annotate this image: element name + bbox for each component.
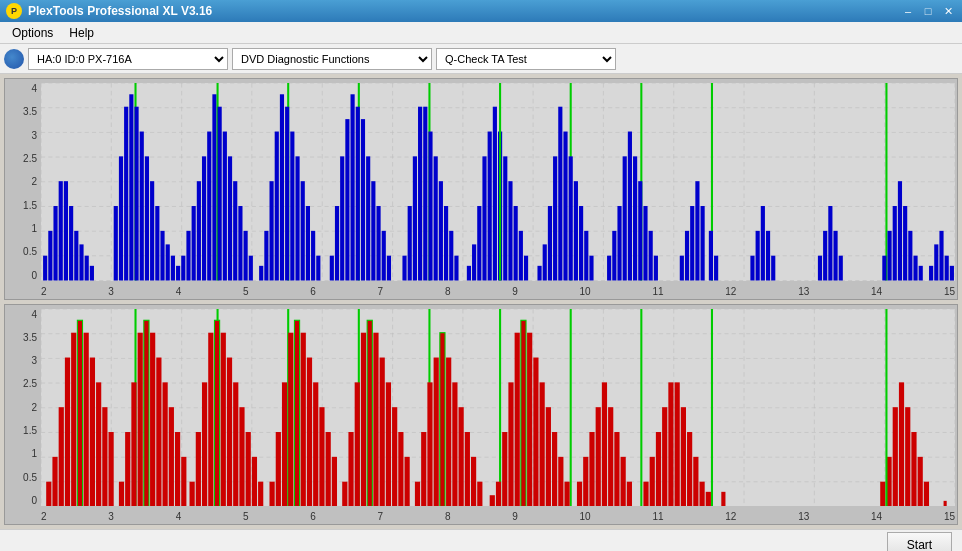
drive-selector: HA:0 ID:0 PX-716A [4,48,228,70]
drive-dropdown[interactable]: HA:0 ID:0 PX-716A [28,48,228,70]
svg-rect-126 [612,231,616,281]
svg-rect-134 [649,231,653,281]
start-button[interactable]: Start [887,532,952,552]
red-chart-svg [41,309,955,507]
test-dropdown[interactable]: Q-Check TA Test [436,48,616,70]
svg-rect-44 [166,244,170,280]
svg-rect-208 [144,320,149,506]
svg-rect-153 [839,256,843,281]
svg-rect-253 [386,382,391,506]
svg-rect-37 [129,94,133,280]
svg-rect-73 [311,231,315,281]
svg-rect-116 [553,156,557,280]
svg-rect-95 [434,156,438,280]
svg-rect-25 [53,206,57,280]
svg-rect-78 [345,119,349,280]
svg-rect-40 [145,156,149,280]
svg-rect-92 [423,107,427,281]
svg-rect-124 [589,256,593,281]
svg-rect-225 [227,357,232,506]
svg-rect-152 [833,231,837,281]
svg-rect-98 [449,231,453,281]
svg-rect-301 [681,407,686,506]
right-buttons: Start ⓘ [887,532,952,552]
svg-rect-102 [477,206,481,280]
blue-chart-y-axis: 4 3.5 3 2.5 2 1.5 1 0.5 0 [5,83,41,281]
red-chart-y-axis: 4 3.5 3 2.5 2 1.5 1 0.5 0 [5,309,41,507]
svg-rect-34 [114,206,118,280]
svg-rect-213 [163,382,168,506]
svg-rect-59 [238,206,242,280]
svg-rect-289 [602,382,607,506]
svg-rect-58 [233,181,237,280]
menu-options[interactable]: Options [4,24,61,42]
svg-rect-28 [69,206,73,280]
svg-rect-265 [452,382,457,506]
svg-rect-256 [405,456,410,506]
svg-rect-82 [361,119,365,280]
svg-rect-268 [471,456,476,506]
svg-rect-87 [387,256,391,281]
svg-rect-79 [351,94,355,280]
svg-rect-145 [756,231,760,281]
svg-rect-85 [376,206,380,280]
svg-rect-269 [477,481,482,506]
minimize-button[interactable]: – [900,4,916,18]
toolbar: HA:0 ID:0 PX-716A DVD Diagnostic Functio… [0,44,962,74]
svg-rect-89 [408,206,412,280]
svg-rect-238 [301,332,306,506]
bottom-panel: Jitter: 4 Peak Shift: 4 TA Quality Indic… [0,529,962,551]
svg-rect-233 [282,382,287,506]
svg-rect-246 [355,382,360,506]
svg-rect-254 [392,407,397,506]
svg-rect-244 [342,481,347,506]
svg-rect-282 [552,432,557,506]
svg-rect-49 [192,206,196,280]
svg-rect-306 [706,491,711,506]
svg-rect-264 [446,357,451,506]
svg-rect-121 [574,181,578,280]
svg-rect-62 [259,266,263,281]
svg-rect-162 [919,266,923,281]
svg-rect-146 [761,206,765,280]
svg-rect-201 [96,382,101,506]
svg-rect-90 [413,156,417,280]
menu-help[interactable]: Help [61,24,102,42]
svg-rect-51 [202,156,206,280]
svg-rect-280 [540,382,545,506]
svg-rect-144 [750,256,754,281]
svg-rect-114 [543,244,547,280]
svg-rect-221 [214,320,219,506]
maximize-button[interactable]: □ [920,4,936,18]
svg-rect-219 [202,382,207,506]
title-bar: P PlexTools Professional XL V3.16 – □ ✕ [0,0,962,22]
svg-rect-232 [276,432,281,506]
svg-rect-27 [64,181,68,280]
svg-rect-316 [924,481,929,506]
function-dropdown[interactable]: DVD Diagnostic Functions [232,48,432,70]
svg-rect-245 [348,432,353,506]
svg-rect-122 [579,206,583,280]
svg-rect-260 [434,357,439,506]
svg-rect-290 [608,407,613,506]
close-button[interactable]: ✕ [940,4,956,18]
svg-rect-281 [546,407,551,506]
svg-rect-52 [207,132,211,281]
svg-rect-125 [607,256,611,281]
svg-rect-100 [467,266,471,281]
svg-rect-75 [330,256,334,281]
svg-rect-113 [537,266,541,281]
svg-rect-60 [244,231,248,281]
svg-rect-97 [444,206,448,280]
svg-rect-56 [223,132,227,281]
svg-rect-30 [79,244,83,280]
svg-rect-292 [614,432,619,506]
svg-rect-274 [515,332,520,506]
svg-rect-224 [221,332,226,506]
svg-rect-83 [366,156,370,280]
svg-rect-204 [119,481,124,506]
svg-rect-300 [675,382,680,506]
svg-rect-132 [638,181,642,280]
svg-rect-50 [197,181,201,280]
svg-rect-130 [633,156,637,280]
